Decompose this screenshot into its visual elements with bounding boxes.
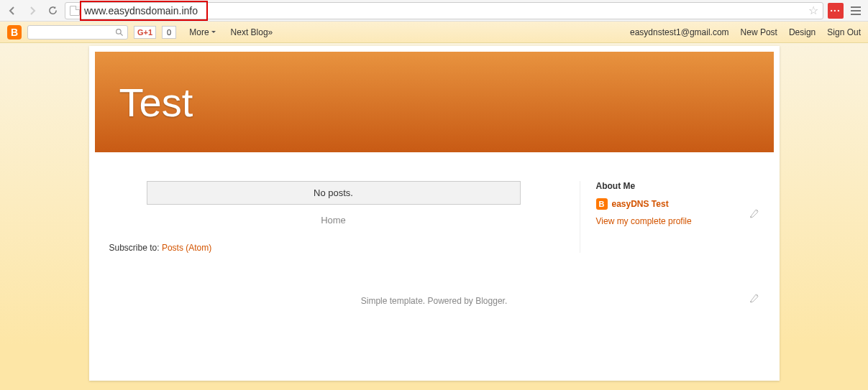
blog-title[interactable]: Test <box>119 79 193 126</box>
posts-atom-link[interactable]: Posts (Atom) <box>162 243 211 253</box>
gplus-button[interactable]: G+1 <box>134 26 156 39</box>
home-link[interactable]: Home <box>109 215 558 226</box>
svg-line-1 <box>120 33 122 35</box>
svg-point-0 <box>117 29 122 34</box>
new-post-link[interactable]: New Post <box>741 27 777 37</box>
more-label: More <box>189 27 209 37</box>
url-text: www.easydnsdomain.info <box>84 5 804 17</box>
content-card: Test No posts. Home Subscribe to: Posts … <box>89 46 780 381</box>
footer-edit-icon[interactable] <box>748 293 759 307</box>
blogger-search-input[interactable] <box>27 25 128 40</box>
no-posts-message: No posts. <box>147 181 521 205</box>
page-background: Test No posts. Home Subscribe to: Posts … <box>0 43 868 390</box>
forward-button[interactable] <box>24 3 40 19</box>
svg-point-2 <box>750 216 751 218</box>
about-me-heading: About Me <box>596 181 759 191</box>
gplus-label: G+1 <box>137 28 152 37</box>
footer-period: . <box>505 296 507 306</box>
view-profile-link[interactable]: View my complete profile <box>596 216 692 226</box>
page-icon <box>70 6 80 16</box>
sign-out-link[interactable]: Sign Out <box>827 27 861 37</box>
user-email[interactable]: easydnstest1@gmail.com <box>630 27 729 37</box>
gplus-count: 0 <box>162 26 176 39</box>
profile-blogger-icon: B <box>596 198 608 210</box>
profile-name-link[interactable]: easyDNS Test <box>612 199 669 209</box>
blogger-link[interactable]: Blogger <box>475 296 505 306</box>
footer-text: Simple template. Powered by <box>361 296 475 306</box>
footer: Simple template. Powered by Blogger. <box>89 267 780 323</box>
browser-toolbar: www.easydnsdomain.info ☆ ••• <box>0 0 868 22</box>
widget-edit-icon[interactable] <box>748 208 759 222</box>
main-column: No posts. Home Subscribe to: Posts (Atom… <box>109 181 558 253</box>
extension-button[interactable]: ••• <box>828 3 844 19</box>
subscribe-line: Subscribe to: Posts (Atom) <box>109 243 558 253</box>
bookmark-star-icon[interactable]: ☆ <box>808 4 818 17</box>
address-bar[interactable]: www.easydnsdomain.info ☆ <box>65 2 823 19</box>
chevron-down-icon <box>211 29 216 35</box>
next-blog-link[interactable]: Next Blog» <box>231 27 273 37</box>
search-icon <box>115 28 124 37</box>
blogger-navbar: B G+1 0 More Next Blog» easydnstest1@gma… <box>0 22 868 43</box>
subscribe-prefix: Subscribe to: <box>109 243 162 253</box>
svg-point-3 <box>750 301 751 302</box>
blog-header: Test <box>95 52 774 152</box>
more-dropdown[interactable]: More <box>189 27 216 37</box>
reload-button[interactable] <box>45 3 60 19</box>
blogger-logo-icon[interactable]: B <box>7 25 22 40</box>
browser-menu-button[interactable] <box>848 3 864 19</box>
back-button[interactable] <box>4 3 20 19</box>
design-link[interactable]: Design <box>789 27 816 37</box>
sidebar: About Me B easyDNS Test View my complete… <box>580 181 759 253</box>
